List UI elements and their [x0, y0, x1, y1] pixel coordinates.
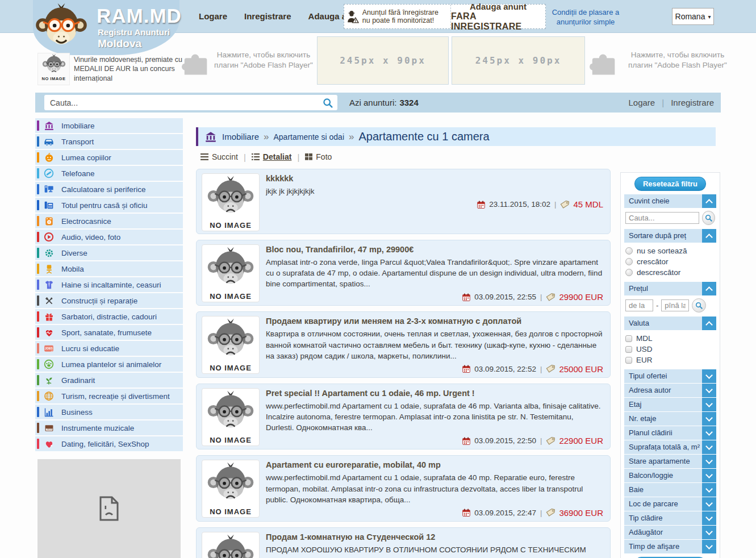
sidebar-item-mobila[interactable]: Mobila	[35, 261, 183, 276]
listing-card[interactable]: NO IMAGE Продаем квартиру или меняем на …	[196, 311, 611, 377]
promo-banner-text[interactable]: Vinurile moldovenești, premiate cu MEDAL…	[74, 55, 185, 83]
breadcrumb-apartamente-si-odai[interactable]: Apartamente si odai	[274, 132, 345, 141]
add-ad-without-registration-button[interactable]: Adauga anunt FARA INREGISTRARE	[451, 5, 545, 28]
search-button[interactable]	[319, 95, 336, 110]
sidebar-item-dating[interactable]: Dating, felicitări, SexShop	[35, 436, 183, 451]
collapse-toggle[interactable]	[702, 369, 716, 383]
tab-foto[interactable]: Foto	[305, 152, 332, 161]
sidebar-item-sport[interactable]: Sport, sanatate, frumusete	[35, 325, 183, 340]
collapse-toggle[interactable]	[702, 526, 716, 539]
sort-option-ascending[interactable]: crescător	[625, 256, 715, 267]
listing-thumbnail[interactable]: NO IMAGE	[202, 244, 260, 302]
sidebar-item-telefoane[interactable]: Telefoane	[35, 166, 183, 181]
filter-header-cuvint-cheie[interactable]: Cuvint cheie	[624, 194, 716, 208]
filter-header-adresa-autor[interactable]: Adresa autor	[624, 384, 716, 397]
sidebar-item-imobiliare[interactable]: Imobiliare	[35, 118, 183, 133]
tab-succint[interactable]: Succint	[201, 152, 238, 161]
sidebar-item-business[interactable]: Business	[35, 405, 183, 419]
flash-plugin-hint[interactable]: Нажмите, чтобы включить плагин "Adobe Fl…	[211, 50, 316, 70]
sidebar-item-diverse[interactable]: Diverse	[35, 245, 183, 260]
keyword-filter-input[interactable]	[625, 212, 699, 224]
sidebar-item-lumea-copiilor[interactable]: Lumea copiilor	[35, 150, 183, 165]
checkbox-icon[interactable]	[625, 335, 632, 342]
tab-detaliat[interactable]: Detaliat	[252, 152, 292, 161]
price-from-input[interactable]	[625, 299, 653, 311]
sidebar-item-constructii[interactable]: Construcții și reparație	[35, 293, 183, 308]
puzzle-plugin-icon[interactable]	[588, 47, 618, 77]
filter-header-etaj[interactable]: Etaj	[624, 398, 716, 411]
radio-icon[interactable]	[625, 247, 633, 255]
filter-header-baie[interactable]: Baie	[624, 483, 716, 497]
sidebar-item-plante-animale[interactable]: Lumea plantelor si animalelor	[35, 357, 183, 372]
radio-icon[interactable]	[625, 258, 633, 265]
currency-option-usd[interactable]: USD	[625, 344, 715, 355]
ad-placeholder-2[interactable]: 245px x 90px	[452, 36, 585, 85]
filter-header-valuta[interactable]: Valuta	[624, 317, 716, 330]
filter-header-planul-cladirii[interactable]: Planul clădirii	[624, 426, 716, 440]
collapse-toggle[interactable]	[702, 384, 716, 397]
nav-register-link[interactable]: Inregistrare	[244, 11, 291, 21]
placement-conditions-link[interactable]: Condiții de plasare a anunțurilor simple	[547, 8, 624, 27]
sidebar-item-turism[interactable]: Turism, recreație și divertisment	[35, 389, 183, 403]
listing-thumbnail[interactable]: NO IMAGE	[202, 532, 260, 558]
filter-header-pretul[interactable]: Prețul	[624, 282, 716, 295]
sort-option-none[interactable]: nu se sortează	[625, 245, 715, 256]
filter-header-adaugator[interactable]: Adăugător	[624, 526, 716, 539]
sidebar-item-casa-oficiu[interactable]: Totul pentru casă și oficiu	[35, 198, 183, 213]
flash-plugin-hint[interactable]: Нажмите, чтобы включить плагин "Adobe Fl…	[619, 50, 736, 70]
collapse-toggle[interactable]	[702, 317, 716, 330]
reset-filter-button[interactable]: Resetează filtru	[634, 177, 706, 191]
puzzle-plugin-icon[interactable]	[181, 47, 210, 77]
listing-title[interactable]: Продам 1-комнатную на Студенческой 12	[266, 532, 603, 542]
listing-thumbnail[interactable]: NO IMAGE	[202, 316, 260, 374]
listing-title[interactable]: Bloc nou, Trandafirilor, 47 mp, 29900€	[266, 245, 603, 254]
listing-card[interactable]: NO IMAGE Продам 1-комнатную на Студенчес…	[196, 527, 611, 558]
checkbox-icon[interactable]	[625, 346, 632, 353]
collapse-toggle[interactable]	[702, 440, 716, 454]
filter-header-balcon-loggie[interactable]: Balcon/loggie	[624, 469, 716, 482]
search-input[interactable]	[44, 95, 337, 110]
register-link[interactable]: Inregistrare	[671, 98, 714, 107]
price-search-button[interactable]	[692, 298, 706, 313]
filter-header-timp-de-afisare[interactable]: Timp de afişare	[624, 540, 716, 553]
collapse-toggle[interactable]	[702, 497, 716, 511]
filter-header-tipul-ofertei[interactable]: Tipul ofertei	[624, 369, 716, 383]
collapse-toggle[interactable]	[702, 398, 716, 411]
sidebar-item-lucru[interactable]: JOBS Lucru si educatie	[35, 341, 183, 356]
listing-card[interactable]: NO IMAGE kkkkkk jkjk jk jkjkjkjkjk 23.11…	[196, 169, 611, 234]
sidebar-item-audio-video-foto[interactable]: Audio, video, foto	[35, 230, 183, 244]
filter-header-stare-apartamente[interactable]: Stare apartamente	[624, 455, 716, 468]
collapse-toggle[interactable]	[702, 229, 716, 243]
sidebar-item-transport[interactable]: Transport	[35, 134, 183, 149]
listing-title[interactable]: Apartament cu euroreparatie, mobilat, 40…	[266, 460, 603, 469]
breadcrumb-imobiliare[interactable]: Imobiliare	[222, 132, 259, 141]
collapse-toggle[interactable]	[702, 511, 716, 525]
sidebar-item-instrumente[interactable]: Instrumente muzicale	[35, 420, 183, 435]
promo-banner-thumbnail[interactable]: NO IMAGE	[37, 53, 70, 85]
collapse-toggle[interactable]	[702, 426, 716, 440]
filter-header-tip-cladire[interactable]: Tip clădire	[624, 511, 716, 525]
collapse-toggle[interactable]	[702, 540, 716, 553]
listing-thumbnail[interactable]: NO IMAGE	[202, 460, 260, 518]
sidebar-item-calculatoare[interactable]: Calculatoare si periferice	[35, 182, 183, 197]
radio-icon[interactable]	[625, 269, 633, 276]
collapse-toggle[interactable]	[702, 469, 716, 482]
collapse-toggle[interactable]	[702, 282, 716, 295]
collapse-toggle[interactable]	[702, 194, 716, 208]
currency-option-eur[interactable]: EUR	[625, 355, 715, 365]
listing-card[interactable]: NO IMAGE Bloc nou, Trandafirilor, 47 mp,…	[196, 240, 611, 306]
listing-thumbnail[interactable]: NO IMAGE	[202, 388, 260, 446]
sidebar-item-haine[interactable]: Haine si incaltaminte, ceasuri	[35, 277, 183, 292]
sidebar-item-electrocasnice[interactable]: Electrocasnice	[35, 214, 183, 228]
collapse-toggle[interactable]	[702, 455, 716, 468]
listing-title[interactable]: Pret special !! Apartament cu 1 odaie, 4…	[266, 389, 603, 398]
listing-card[interactable]: NO IMAGE Apartament cu euroreparatie, mo…	[196, 455, 611, 521]
currency-option-mdl[interactable]: MDL	[625, 333, 715, 344]
collapse-toggle[interactable]	[702, 483, 716, 497]
sidebar-item-sarbatori[interactable]: Sarbatori, distractie, cadouri	[35, 309, 183, 324]
sidebar-item-gradinarit[interactable]: Gradinarit	[35, 373, 183, 388]
listing-card[interactable]: NO IMAGE Pret special !! Apartament cu 1…	[196, 384, 611, 449]
ad-placeholder-1[interactable]: 245px x 90px	[317, 36, 449, 85]
price-to-input[interactable]	[661, 299, 689, 311]
keyword-search-button[interactable]	[702, 211, 715, 225]
